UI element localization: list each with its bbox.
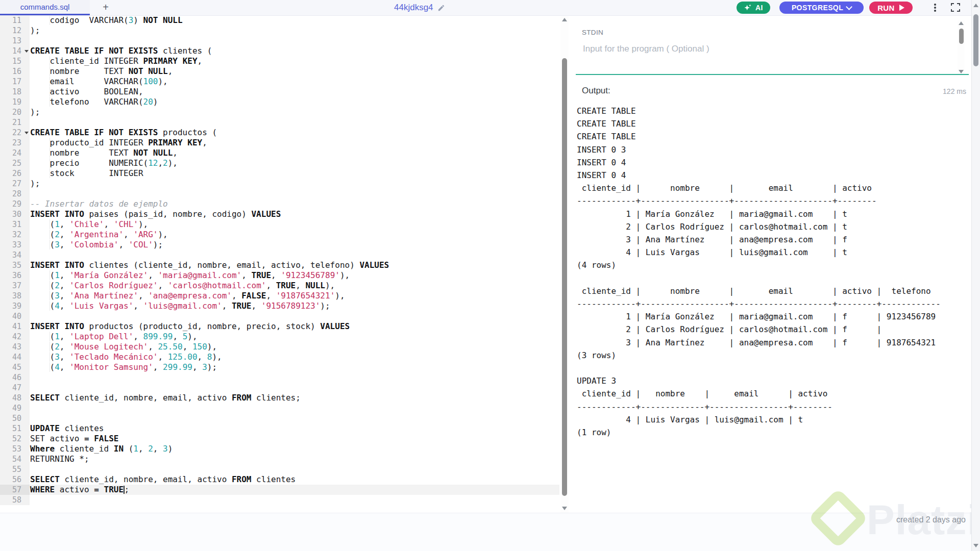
play-icon <box>899 5 904 11</box>
code-line[interactable]: 42 (1, 'Laptop Dell', 899.99, 5), <box>0 332 559 342</box>
stdin-label: STDIN <box>582 29 603 36</box>
code-line[interactable]: 55 <box>0 464 559 474</box>
code-line[interactable]: 33 (3, 'Colombia', 'COL'); <box>0 240 559 250</box>
code-line[interactable]: 31 (1, 'Chile', 'CHL'), <box>0 219 559 230</box>
code-line[interactable]: 54RETURNING *; <box>0 454 559 464</box>
language-select[interactable]: POSTGRESQL <box>779 2 864 14</box>
code-line[interactable]: 30INSERT INTO paises (pais_id, nombre, c… <box>0 209 559 219</box>
code-line[interactable]: 50 <box>0 413 559 423</box>
code-line[interactable]: 36 (1, 'María González', 'maria@gmail.co… <box>0 270 559 281</box>
code-line[interactable]: 32 (2, 'Argentina', 'ARG'), <box>0 230 559 240</box>
ai-button[interactable]: AI <box>737 2 770 14</box>
code-line[interactable]: 26 stock INTEGER <box>0 168 559 179</box>
code-line[interactable]: 39 (4, 'Luis Vargas', 'luis@gmail.com', … <box>0 301 559 311</box>
code-line[interactable]: 35INSERT INTO clientes (cliente_id, nomb… <box>0 260 559 270</box>
code-line[interactable]: 53Where cliente_id IN (1, 2, 3) <box>0 444 559 454</box>
code-line[interactable]: 20); <box>0 107 559 117</box>
code-line[interactable]: 58 <box>0 495 559 505</box>
code-line[interactable]: 47 <box>0 383 559 393</box>
code-line[interactable]: 49 <box>0 403 559 413</box>
code-line[interactable]: 18 activo BOOLEAN, <box>0 87 559 97</box>
page-scrollbar[interactable] <box>971 0 980 551</box>
file-tab-label: commands.sql <box>20 3 70 11</box>
file-tab[interactable]: commands.sql <box>0 0 90 15</box>
run-button-label: RUN <box>877 4 895 12</box>
code-line[interactable]: 12); <box>0 26 559 36</box>
code-line[interactable]: 28 <box>0 189 559 199</box>
code-line[interactable]: 27); <box>0 179 559 189</box>
code-line[interactable]: 41INSERT INTO productos (producto_id, no… <box>0 321 559 332</box>
editor-scrollbar-thumb[interactable] <box>562 58 567 496</box>
code-line[interactable]: 16 nombre TEXT NOT NULL, <box>0 66 559 77</box>
fullscreen-button[interactable] <box>950 3 962 13</box>
scroll-down-arrow-icon[interactable] <box>562 507 567 510</box>
fold-arrow-icon <box>24 50 29 53</box>
code-line[interactable]: 19 telefono VARCHAR(20) <box>0 97 559 107</box>
code-line[interactable]: 22CREATE TABLE IF NOT EXISTS productos ( <box>0 128 559 138</box>
execution-time: 122 ms <box>900 87 966 95</box>
code-line[interactable]: 25 precio NUMERIC(12,2), <box>0 158 559 168</box>
code-line[interactable]: 23 producto_id INTEGER PRIMARY KEY, <box>0 138 559 148</box>
code-line[interactable]: 17 email VARCHAR(100), <box>0 77 559 87</box>
code-line[interactable]: 40 <box>0 311 559 321</box>
top-toolbar: commands.sql + 44kjdksg4 AI POSTGRESQL R… <box>0 0 980 16</box>
code-line[interactable]: 37 (2, 'Carlos Rodríguez', 'carlos@hotma… <box>0 281 559 291</box>
code-line[interactable]: 34 <box>0 250 559 260</box>
fold-arrow-icon <box>24 132 29 134</box>
scroll-down-arrow-icon[interactable] <box>959 70 964 73</box>
stdin-output-divider <box>576 74 969 75</box>
code-line[interactable]: 46 <box>0 372 559 383</box>
code-line[interactable]: 44 (3, 'Teclado Mecánico', 125.00, 8), <box>0 352 559 362</box>
fullscreen-icon <box>950 3 961 12</box>
ai-button-label: AI <box>755 4 763 12</box>
code-line[interactable]: 48SELECT cliente_id, nombre, email, acti… <box>0 393 559 403</box>
sparkle-icon <box>744 4 752 12</box>
output-label: Output: <box>582 86 610 96</box>
stdin-scrollbar[interactable] <box>958 20 965 74</box>
scroll-down-arrow-icon[interactable] <box>973 544 978 547</box>
code-line[interactable]: 21 <box>0 117 559 128</box>
code-line[interactable]: 57WHERE activo = TRUE; <box>0 485 559 495</box>
code-editor[interactable]: 11 codigo VARCHAR(3) NOT NULL12);1314CRE… <box>0 15 559 513</box>
code-line[interactable]: 38 (3, 'Ana Martínez', 'ana@empresa.com'… <box>0 291 559 301</box>
edit-title-icon[interactable] <box>437 4 445 12</box>
scroll-up-arrow-icon[interactable] <box>959 21 964 25</box>
code-line[interactable]: 11 codigo VARCHAR(3) NOT NULL <box>0 15 559 26</box>
code-line[interactable]: 43 (2, 'Mouse Logitech', 25.50, 150), <box>0 342 559 352</box>
code-line[interactable]: 14CREATE TABLE IF NOT EXISTS clientes ( <box>0 46 559 56</box>
stdin-input[interactable]: Input for the program ( Optional ) <box>576 38 955 71</box>
editor-scrollbar[interactable] <box>560 15 569 513</box>
stdin-placeholder: Input for the program ( Optional ) <box>583 44 709 54</box>
code-line[interactable]: 24 nombre TEXT NOT NULL, <box>0 148 559 158</box>
code-line[interactable]: 15 cliente_id INTEGER PRIMARY KEY, <box>0 56 559 66</box>
language-select-label: POSTGRESQL <box>792 4 843 12</box>
code-line[interactable]: 56SELECT cliente_id, nombre, email, acti… <box>0 474 559 485</box>
scroll-up-arrow-icon[interactable] <box>562 18 567 21</box>
project-title-text: 44kjdksg4 <box>394 3 433 13</box>
page-scrollbar-thumb[interactable] <box>973 14 978 66</box>
stdin-scrollbar-thumb[interactable] <box>959 29 964 44</box>
created-label: created 2 days ago <box>868 515 966 524</box>
output-text: CREATE TABLE CREATE TABLE CREATE TABLE I… <box>577 105 941 439</box>
code-line[interactable]: 45 (4, 'Monitor Samsung', 299.99, 3); <box>0 362 559 372</box>
new-tab-button[interactable]: + <box>99 1 112 14</box>
scroll-up-arrow-icon[interactable] <box>973 4 978 7</box>
code-line[interactable]: 29-- Insertar datos de ejemplo <box>0 199 559 209</box>
code-line[interactable]: 13 <box>0 36 559 46</box>
project-title: 44kjdksg4 <box>394 0 445 15</box>
code-line[interactable]: 52SET activo = FALSE <box>0 434 559 444</box>
run-button[interactable]: RUN <box>869 2 913 14</box>
chevron-down-icon <box>846 4 852 10</box>
overflow-menu-button[interactable] <box>930 2 940 13</box>
code-lines: 11 codigo VARCHAR(3) NOT NULL12);1314CRE… <box>0 15 559 505</box>
code-line[interactable]: 51UPDATE clientes <box>0 423 559 434</box>
